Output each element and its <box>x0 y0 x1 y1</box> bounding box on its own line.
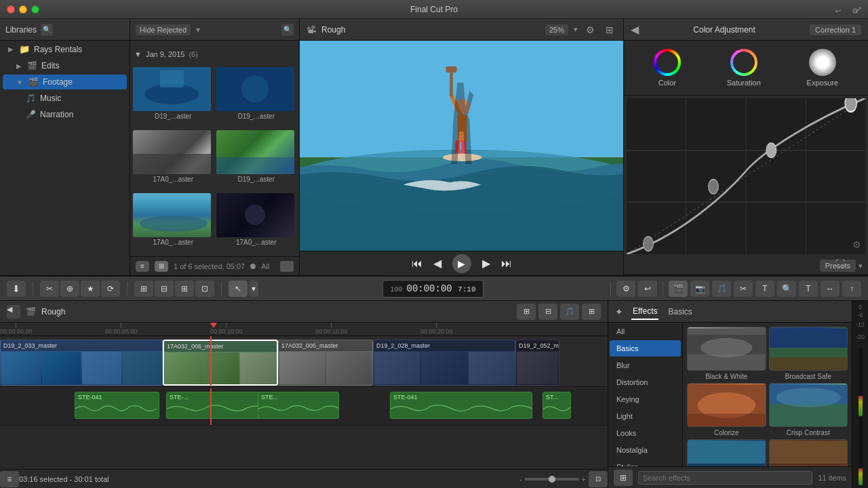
titles-btn[interactable]: T <box>755 281 774 297</box>
timeline-settings-btn[interactable]: ⊞ <box>517 304 536 320</box>
sidebar-item-music[interactable]: 🎵 Music <box>3 91 127 106</box>
audio-clip-5[interactable]: ST... <box>542 392 571 419</box>
browser-item-2[interactable]: D19_...aster <box>216 67 297 127</box>
browser-item-1[interactable]: D19_...aster <box>133 67 214 127</box>
select-tool-btn[interactable]: ↖ <box>229 281 248 297</box>
undo-icon[interactable]: ↩ <box>835 7 841 16</box>
clip-appearance-btn[interactable]: ⚙ <box>616 281 635 297</box>
browser-search-icon[interactable]: 🔍 <box>281 24 294 36</box>
list-view-btn[interactable]: ≡ <box>136 261 149 272</box>
view-toggle-btn[interactable] <box>280 261 294 272</box>
gear-icon[interactable]: ⚙ <box>852 7 859 16</box>
audio-clip-1[interactable]: STE-041 <box>75 392 159 419</box>
audio-clip-3[interactable]: STE... <box>258 392 339 419</box>
effect-partial2[interactable] <box>769 439 848 466</box>
video-clip-5[interactable]: D19_2_052_master <box>515 340 559 386</box>
timeline-view-btn[interactable]: 🎬 <box>669 281 688 297</box>
audio-meter-btn[interactable]: 🎵 <box>712 281 731 297</box>
video-scope-btn[interactable]: 📷 <box>690 281 709 297</box>
tool-overwrite-btn[interactable]: ⊡ <box>195 281 214 297</box>
close-button[interactable] <box>7 5 15 14</box>
arrow-tool-chevron[interactable]: ▾ <box>249 281 258 297</box>
tool-btn-3[interactable]: ★ <box>81 281 100 297</box>
effects-btn[interactable]: ✂ <box>734 281 753 297</box>
effects-search-input[interactable] <box>638 471 812 485</box>
timeline-back-btn[interactable]: ◀ <box>7 305 20 319</box>
share-btn[interactable]: ↔ <box>821 281 840 297</box>
cat-all[interactable]: All <box>610 323 681 340</box>
tab-color[interactable]: Color <box>648 46 686 89</box>
tool-btn-2[interactable]: ⊕ <box>60 281 79 297</box>
tool-insert-btn[interactable]: ⊟ <box>155 281 174 297</box>
effect-colorize[interactable]: Colorize <box>687 383 766 436</box>
effects-tab-basics[interactable]: Basics <box>667 304 693 319</box>
browser-item-4[interactable]: D19_...aster <box>216 130 297 190</box>
video-clip-3[interactable]: 17A032_005_master <box>278 340 373 386</box>
effect-partial1[interactable] <box>687 439 766 466</box>
fullscreen-btn[interactable]: ⛶ <box>833 257 848 270</box>
play-button[interactable]: ▶ <box>452 254 471 273</box>
go-to-start-btn[interactable]: ⏮ <box>412 258 422 270</box>
hide-rejected-filter[interactable]: Hide Rejected <box>136 24 191 35</box>
cat-basics[interactable]: Basics <box>610 340 681 357</box>
zoom-minus-icon[interactable]: - <box>519 475 522 483</box>
grid-view-btn[interactable]: ⊞ <box>155 261 168 272</box>
cat-light[interactable]: Light <box>610 408 681 424</box>
cat-looks[interactable]: Looks <box>610 425 681 441</box>
play-forward-btn[interactable]: ▶ <box>482 257 490 270</box>
tool-btn-4[interactable]: ⟳ <box>101 281 120 297</box>
tab-saturation[interactable]: Saturation <box>722 46 766 89</box>
import-button[interactable]: ⬇ <box>7 281 26 297</box>
zoom-chevron-icon[interactable]: ▾ <box>574 25 578 34</box>
effect-broadcast[interactable]: Broadcast Safe <box>769 327 848 380</box>
sidebar-item-footage[interactable]: ▼ 🎬 Footage <box>3 75 127 89</box>
cat-distortion[interactable]: Distortion <box>610 374 681 390</box>
tool-connect-btn[interactable]: ⊞ <box>134 281 153 297</box>
zoom-level[interactable]: 25% <box>545 24 568 35</box>
curves-settings-icon[interactable]: ⚙ <box>852 239 861 250</box>
audio-clip-2[interactable]: STE-... <box>166 392 271 419</box>
audio-clip-4[interactable]: STE-041 <box>390 392 532 419</box>
transform-btn[interactable]: ↩ <box>638 281 657 297</box>
cat-nostalgia[interactable]: Nostalgia <box>610 442 681 458</box>
video-clip-1[interactable]: D19_2_033_master <box>0 340 163 386</box>
viewer-expand-icon[interactable]: ⊞ <box>603 23 616 37</box>
cat-blur[interactable]: Blur <box>610 357 681 373</box>
viewer-settings-icon[interactable]: ⚙ <box>583 23 597 37</box>
inspector-back-icon[interactable]: ◀ <box>631 23 639 36</box>
clip-frame <box>421 352 467 384</box>
video-clip-4[interactable]: D19_2_028_master <box>373 340 515 386</box>
browser-item-6[interactable]: 17A0_...aster <box>216 193 297 253</box>
sidebar-item-narration[interactable]: 🎤 Narration <box>3 107 127 122</box>
fit-timeline-btn[interactable]: ⊡ <box>589 471 608 487</box>
minimize-button[interactable] <box>19 5 27 14</box>
effect-bw[interactable]: Black & White <box>687 327 766 380</box>
maximize-button[interactable] <box>31 5 39 14</box>
sidebar-item-edits[interactable]: ▶ 🎬 Edits <box>3 58 127 73</box>
tab-exposure[interactable]: Exposure <box>802 46 844 89</box>
timeline-toggle-btn[interactable]: ⊟ <box>538 304 557 320</box>
sidebar-search-icon[interactable]: 🔍 <box>41 24 53 36</box>
timeline-audio-btn[interactable]: 🎵 <box>560 304 579 320</box>
window-controls[interactable] <box>7 5 39 14</box>
effects-grid-btn[interactable]: ⊞ <box>614 470 633 486</box>
go-to-end-btn[interactable]: ⏭ <box>501 258 512 270</box>
cat-stylize[interactable]: Stylize <box>610 459 681 466</box>
timeline-zoom-slider[interactable] <box>525 478 579 481</box>
browser-item-3[interactable]: 17A0_...aster <box>133 130 214 190</box>
export-btn[interactable]: ↑ <box>842 281 861 297</box>
browser-item-5[interactable]: 17A0_...aster <box>133 193 214 253</box>
play-reverse-btn[interactable]: ◀ <box>433 257 441 270</box>
generators-btn[interactable]: 🔍 <box>777 281 796 297</box>
video-clip-2[interactable]: 17A032_006_master <box>163 340 278 386</box>
cat-keying[interactable]: Keying <box>610 391 681 407</box>
tool-btn-1[interactable]: ✂ <box>40 281 59 297</box>
sidebar-item-rays-rentals[interactable]: ▶ 📁 Rays Rentals <box>3 41 127 57</box>
timeline-list-btn[interactable]: ≡ <box>0 471 19 487</box>
tool-append-btn[interactable]: ⊞ <box>175 281 194 297</box>
text-btn[interactable]: T <box>799 281 818 297</box>
timeline-zoom-btn[interactable]: ⊞ <box>582 304 601 320</box>
effect-crisp[interactable]: Crisp Contrast <box>769 383 848 436</box>
zoom-plus-icon[interactable]: + <box>582 475 586 483</box>
effects-tab-effects[interactable]: Effects <box>631 304 658 320</box>
